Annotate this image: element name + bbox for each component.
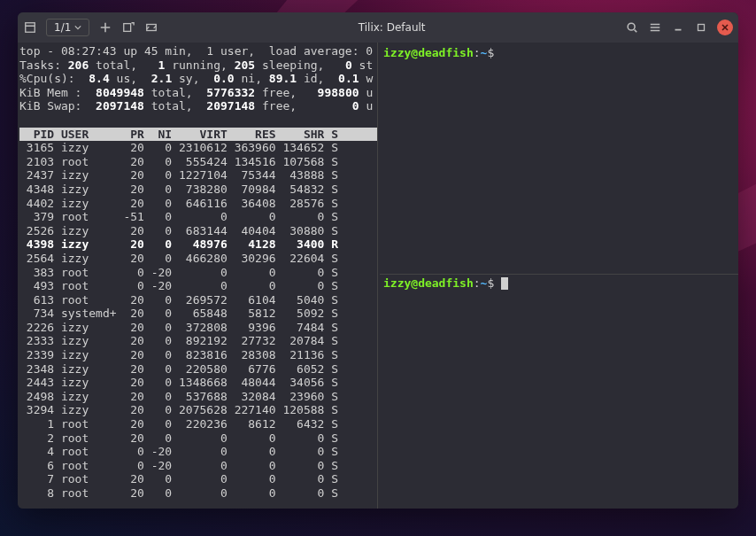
- minimize-button[interactable]: [671, 20, 685, 35]
- top-tasks-line: Tasks: 206 total, 1 running, 205 sleepin…: [19, 58, 377, 73]
- process-row: 4402 izzy 20 0 646116 36408 28576 S: [19, 197, 377, 211]
- terminal-pane-bottom-right[interactable]: izzy@deadfish:~$: [380, 275, 738, 509]
- chevron-down-icon: [74, 25, 81, 30]
- new-window-icon[interactable]: [121, 20, 135, 35]
- window-title: Tilix: Default: [162, 21, 621, 34]
- process-row: 2498 izzy 20 0 537688 32084 23960 S: [19, 390, 377, 404]
- process-row: 4398 izzy 20 0 48976 4128 3400 R: [19, 237, 377, 252]
- top-swap-line: KiB Swap: 2097148 total, 2097148 free, 0…: [19, 99, 377, 113]
- process-row: 2564 izzy 20 0 466280 30296 22604 S: [19, 252, 377, 266]
- add-tab-button[interactable]: [98, 20, 112, 35]
- process-row: 2526 izzy 20 0 683144 40404 30880 S: [19, 224, 377, 238]
- process-row: 613 root 20 0 269572 6104 5040 S: [19, 293, 377, 307]
- sync-input-icon[interactable]: [144, 20, 158, 35]
- titlebar: 1/1 Tilix: Default: [18, 12, 738, 43]
- process-row: 2348 izzy 20 0 220580 6776 6052 S: [19, 362, 377, 377]
- process-row: 7 root 20 0 0 0 0 S: [19, 472, 377, 486]
- cursor: [501, 277, 508, 290]
- process-row: 2437 izzy 20 0 1227104 75344 43888 S: [19, 168, 377, 183]
- terminal-pane-right: izzy@deadfish:~$ izzy@deadfish:~$: [378, 43, 738, 509]
- terminal-pane-left[interactable]: top - 08:27:43 up 45 min, 1 user, load a…: [18, 43, 378, 509]
- svg-rect-1: [124, 24, 131, 32]
- terminal-pane-top-right[interactable]: izzy@deadfish:~$: [380, 44, 738, 275]
- process-row: 734 systemd+ 20 0 65848 5812 5092 S: [19, 307, 377, 321]
- app-menu-icon[interactable]: [23, 20, 37, 35]
- process-row: 2 root 20 0 0 0 0 S: [19, 431, 377, 446]
- process-row: 383 root 0 -20 0 0 0 S: [19, 266, 377, 280]
- terminal-panes: top - 08:27:43 up 45 min, 1 user, load a…: [18, 43, 738, 509]
- process-row: 493 root 0 -20 0 0 0 S: [19, 279, 377, 293]
- process-row: 379 root -51 0 0 0 0 S: [19, 210, 377, 224]
- hamburger-menu-icon[interactable]: [648, 20, 662, 35]
- process-row: 6 root 0 -20 0 0 0 S: [19, 459, 377, 473]
- prompt-user: izzy@deadfish: [383, 46, 474, 59]
- svg-point-3: [628, 23, 635, 30]
- top-cpu-line: %Cpu(s): 8.4 us, 2.1 sy, 0.0 ni, 89.1 id…: [19, 72, 377, 86]
- process-row: 2339 izzy 20 0 823816 28308 21136 S: [19, 348, 377, 362]
- process-row: 1 root 20 0 220236 8612 6432 S: [19, 417, 377, 431]
- svg-rect-0: [26, 23, 35, 33]
- process-row: 3165 izzy 20 0 2310612 363960 134652 S: [19, 141, 377, 155]
- process-row: 2226 izzy 20 0 372808 9396 7484 S: [19, 321, 377, 335]
- tab-counter-label: 1/1: [54, 21, 71, 34]
- process-row: 3294 izzy 20 0 2075628 227140 120588 S: [19, 403, 377, 417]
- process-row: 2443 izzy 20 0 1348668 48044 34056 S: [19, 376, 377, 390]
- search-icon[interactable]: [625, 20, 639, 35]
- maximize-button[interactable]: [694, 20, 708, 35]
- close-button[interactable]: [717, 19, 733, 35]
- top-mem-line: KiB Mem : 8049948 total, 5776332 free, 9…: [19, 86, 377, 100]
- top-column-header: PID USER PR NI VIRT RES SHR S: [19, 128, 377, 142]
- svg-rect-4: [698, 25, 705, 31]
- top-summary-line: top - 08:27:43 up 45 min, 1 user, load a…: [19, 44, 377, 58]
- prompt-user: izzy@deadfish: [383, 276, 474, 290]
- process-row: 8 root 20 0 0 0 0 S: [19, 486, 377, 501]
- tab-counter[interactable]: 1/1: [46, 19, 89, 36]
- process-row: 4 root 0 -20 0 0 0 S: [19, 445, 377, 459]
- process-row: 4348 izzy 20 0 738280 70984 54832 S: [19, 183, 377, 197]
- tilix-window: 1/1 Tilix: Default: [18, 12, 738, 509]
- process-row: 2103 root 20 0 555424 134516 107568 S: [19, 155, 377, 169]
- process-row: 2333 izzy 20 0 892192 27732 20784 S: [19, 334, 377, 348]
